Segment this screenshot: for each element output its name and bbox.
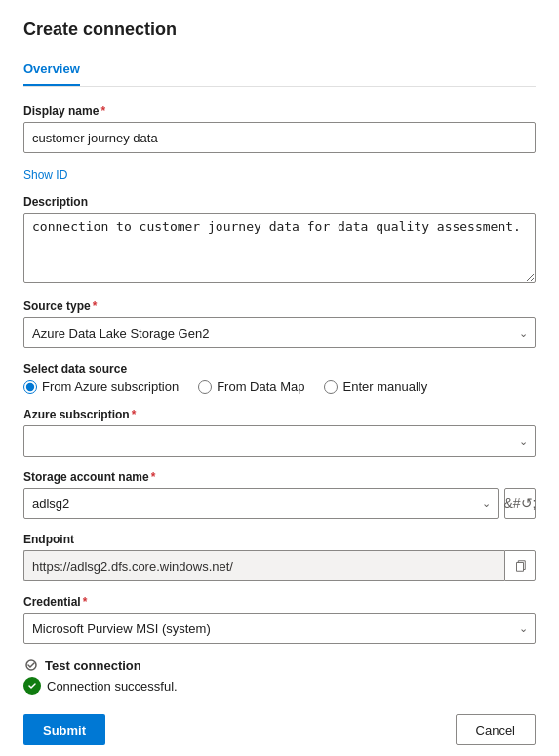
- tab-overview[interactable]: Overview: [23, 56, 80, 86]
- select-data-source-group: Select data source From Azure subscripti…: [23, 362, 536, 394]
- refresh-icon: &#↺;: [504, 496, 537, 511]
- test-connection-label: Test connection: [23, 657, 536, 673]
- test-connection-text: Test connection: [45, 658, 141, 673]
- select-data-source-label: Select data source: [23, 362, 536, 376]
- display-name-input[interactable]: [23, 122, 536, 153]
- source-type-select-wrapper: Azure Data Lake Storage Gen2 ⌄: [23, 317, 536, 348]
- description-group: Description: [23, 195, 536, 286]
- connection-status: Connection successful.: [23, 677, 536, 695]
- radio-enter-manually[interactable]: Enter manually: [324, 379, 427, 394]
- endpoint-input: [23, 550, 504, 581]
- radio-azure-subscription-label: From Azure subscription: [42, 379, 179, 394]
- storage-account-group: Storage account name* adlsg2 ⌄ &#↺;: [23, 470, 536, 519]
- display-name-required: *: [100, 104, 105, 118]
- azure-subscription-select[interactable]: [23, 425, 536, 457]
- footer-buttons: Submit Cancel: [23, 714, 536, 745]
- submit-button[interactable]: Submit: [23, 714, 105, 745]
- storage-account-row: adlsg2 ⌄ &#↺;: [23, 488, 536, 519]
- connection-success-icon: [23, 677, 41, 695]
- azure-subscription-select-wrapper: ⌄: [23, 425, 536, 457]
- source-type-label: Source type*: [23, 299, 536, 313]
- cancel-button[interactable]: Cancel: [456, 714, 536, 745]
- radio-azure-subscription[interactable]: From Azure subscription: [23, 379, 179, 394]
- test-connection-icon: [23, 657, 39, 673]
- data-source-radio-group: From Azure subscription From Data Map En…: [23, 379, 536, 394]
- storage-account-select-wrapper: adlsg2 ⌄: [23, 488, 499, 519]
- test-connection-section: Test connection Connection successful.: [23, 657, 536, 695]
- connection-status-text: Connection successful.: [47, 679, 178, 694]
- refresh-button[interactable]: &#↺;: [504, 488, 536, 519]
- azure-subscription-group: Azure subscription* ⌄: [23, 408, 536, 457]
- radio-azure-subscription-input[interactable]: [23, 380, 37, 394]
- credential-group: Credential* Microsoft Purview MSI (syste…: [23, 595, 536, 644]
- copy-icon: [513, 559, 527, 573]
- endpoint-row: [23, 550, 536, 581]
- credential-select[interactable]: Microsoft Purview MSI (system): [23, 613, 536, 644]
- radio-enter-manually-input[interactable]: [324, 380, 338, 394]
- endpoint-group: Endpoint: [23, 533, 536, 581]
- source-type-select[interactable]: Azure Data Lake Storage Gen2: [23, 317, 536, 348]
- show-id-link[interactable]: Show ID: [23, 168, 67, 181]
- storage-account-label: Storage account name*: [23, 470, 536, 484]
- radio-enter-manually-label: Enter manually: [342, 379, 427, 394]
- source-type-group: Source type* Azure Data Lake Storage Gen…: [23, 299, 536, 348]
- radio-from-data-map-label: From Data Map: [217, 379, 304, 394]
- credential-label: Credential*: [23, 595, 536, 609]
- display-name-group: Display name*: [23, 104, 536, 153]
- description-label: Description: [23, 195, 536, 209]
- radio-from-data-map-input[interactable]: [198, 380, 212, 394]
- page-title: Create connection: [23, 20, 536, 40]
- azure-subscription-label: Azure subscription*: [23, 408, 536, 421]
- radio-from-data-map[interactable]: From Data Map: [198, 379, 304, 394]
- copy-button[interactable]: [504, 550, 536, 581]
- display-name-label: Display name*: [23, 104, 536, 118]
- storage-account-select[interactable]: adlsg2: [23, 488, 499, 519]
- credential-select-wrapper: Microsoft Purview MSI (system) ⌄: [23, 613, 536, 644]
- description-input[interactable]: [23, 213, 536, 283]
- tab-bar: Overview: [23, 56, 536, 87]
- endpoint-label: Endpoint: [23, 533, 536, 546]
- checkmark-icon: [27, 681, 37, 691]
